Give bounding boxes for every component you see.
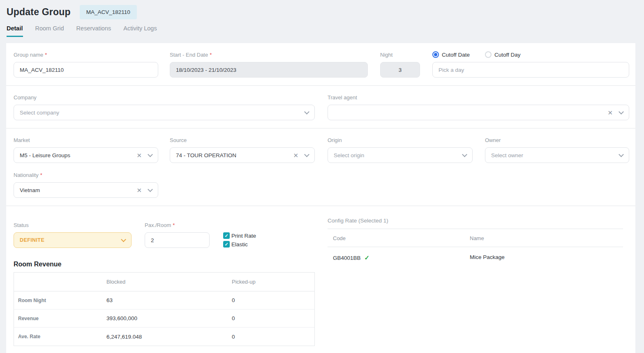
clear-icon[interactable]: ✕ [293,152,298,158]
checkbox-checked-icon[interactable]: ✓ [223,241,230,248]
elastic-checkbox[interactable]: ✓ Elastic [223,241,256,248]
night-label: Night [380,51,420,58]
date-range-input: 18/10/2023 - 21/10/2023 [170,62,368,78]
config-rate-panel: Config Rate (Selected 1) Code Name GB400… [328,218,623,346]
column-blocked: Blocked [106,279,232,285]
origin-label: Origin [328,137,473,143]
room-revenue-table: Blocked Picked-up Room Night 63 0 Revenu… [14,272,315,346]
row-label: Ave. Rate [14,334,106,339]
origin-select[interactable]: Select origin [328,147,473,163]
picked-up-value: 0 [232,334,314,340]
column-picked-up: Picked-up [232,279,314,285]
chevron-down-icon[interactable] [304,152,309,157]
owner-select[interactable]: Select owner [485,147,629,163]
section-status-revenue: Status DEFINITE Pax./Room* [6,206,635,346]
nationality-select[interactable]: Vietnam ✕ [14,182,158,198]
chevron-down-icon[interactable] [148,187,153,192]
selected-check-icon: ✓ [365,254,370,261]
column-name: Name [470,235,623,241]
clear-icon[interactable]: ✕ [607,110,613,116]
travel-agent-label: Travel agent [328,94,629,101]
pax-room-input[interactable] [145,232,210,248]
tab-bar: Detail Room Grid Reservations Activity L… [0,25,644,37]
page-header: Update Group MA_ACV_182110 [0,0,644,20]
pick-a-day-input[interactable] [432,62,629,78]
table-row: Room Night 63 0 [14,291,314,309]
rate-code: GB4001BB [333,255,361,261]
row-label: Revenue [14,316,106,321]
status-select[interactable]: DEFINITE [14,232,132,248]
tab-room-grid[interactable]: Room Grid [35,25,64,37]
status-label: Status [14,222,132,228]
print-rate-checkbox[interactable]: ✓ Print Rate [223,232,256,239]
date-range-label: Start - End Date* [170,51,368,58]
blocked-value: 6,247,619.048 [106,334,232,340]
column-code: Code [333,235,470,241]
source-label: Source [170,137,315,143]
cutoff-date-radio[interactable]: Cutoff Date [432,51,470,58]
chevron-down-icon[interactable] [462,152,467,157]
chevron-down-icon[interactable] [304,109,309,115]
night-input: 3 [380,62,420,78]
tab-reservations[interactable]: Reservations [76,25,111,37]
radio-selected-icon[interactable] [432,51,439,58]
tab-activity-logs[interactable]: Activity Logs [123,25,157,37]
required-mark: * [40,172,42,178]
pax-room-label: Pax./Room* [145,222,210,228]
clear-icon[interactable]: ✕ [136,152,142,158]
blocked-value: 393,600,000 [106,315,232,321]
table-row: Revenue 393,600,000 0 [14,309,314,328]
market-label: Market [14,137,158,143]
rate-name: Mice Package [470,254,623,261]
tab-detail[interactable]: Detail [7,25,23,37]
chevron-down-icon[interactable] [619,109,624,115]
chevron-down-icon[interactable] [619,152,624,157]
room-revenue-title: Room Revenue [14,261,315,268]
table-row[interactable]: GB4001BB ✓ Mice Package [328,247,623,261]
company-label: Company [14,94,315,101]
page-title: Update Group [7,7,71,18]
nationality-label: Nationality* [14,172,158,178]
radio-unselected-icon[interactable] [485,51,492,58]
cutoff-radio-group: Cutoff Date Cutoff Day [432,51,629,58]
section-dates: Group name* Start - End Date* 18/10/2023… [6,43,635,86]
cutoff-day-radio[interactable]: Cutoff Day [485,51,521,58]
table-row: Ave. Rate 6,247,619.048 0 [14,328,314,346]
source-select[interactable]: 74 - TOUR OPERATION ✕ [170,147,315,163]
chevron-down-icon[interactable] [148,152,153,157]
owner-label: Owner [485,137,629,143]
chevron-down-icon[interactable] [121,237,126,242]
section-company-agent: Company Select company Travel agent ✕ [6,86,635,128]
group-code-badge: MA_ACV_182110 [80,5,137,19]
picked-up-value: 0 [232,297,314,303]
group-name-label: Group name* [14,51,158,58]
rate-options-group: ✓ Print Rate ✓ Elastic [223,232,256,248]
group-name-input[interactable] [14,62,158,78]
clear-icon[interactable]: ✕ [136,187,142,193]
required-mark: * [210,52,212,58]
room-revenue-header: Blocked Picked-up [14,273,314,291]
config-rate-header: Code Name [328,229,623,247]
market-select[interactable]: M5 - Leisure Groups ✕ [14,147,158,163]
section-market: Market M5 - Leisure Groups ✕ Source 74 -… [6,128,635,206]
detail-form-card: Group name* Start - End Date* 18/10/2023… [6,43,635,353]
travel-agent-select[interactable]: ✕ [328,105,629,120]
required-mark: * [173,222,175,228]
picked-up-value: 0 [232,315,314,321]
config-rate-title: Config Rate (Selected 1) [328,218,623,229]
blocked-value: 63 [106,297,232,303]
checkbox-checked-icon[interactable]: ✓ [223,232,230,239]
company-select[interactable]: Select company [14,105,315,120]
row-label: Room Night [14,298,106,303]
required-mark: * [45,52,47,58]
